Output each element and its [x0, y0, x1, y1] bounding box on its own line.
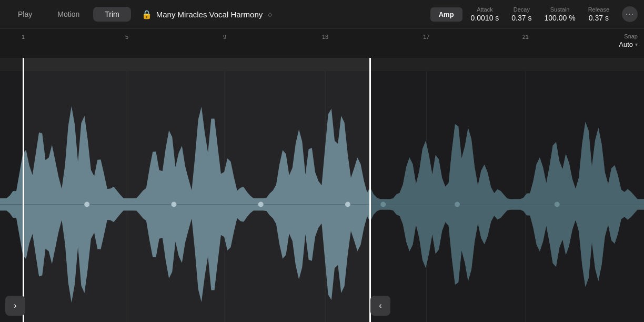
snap-dropdown[interactable]: Auto ▾ — [619, 41, 638, 48]
snap-chevron-icon: ▾ — [635, 42, 638, 47]
ruler-mark-17: 17 — [423, 34, 429, 40]
param-decay: Decay 0.37 s — [511, 6, 531, 22]
lock-icon: 🔒 — [142, 9, 152, 19]
snap-controls: Snap Auto ▾ — [619, 33, 638, 48]
more-button[interactable]: ··· — [622, 6, 638, 22]
tab-play[interactable]: Play — [6, 7, 44, 22]
ruler-mark-5: 5 — [125, 34, 128, 40]
diamond-icon: ◇ — [268, 11, 272, 18]
tab-motion[interactable]: Motion — [46, 7, 91, 22]
param-release: Release 0.37 s — [588, 6, 609, 22]
nav-left-button[interactable]: › — [5, 296, 25, 316]
waveform-canvas — [0, 58, 644, 322]
chevron-right-icon: › — [14, 301, 16, 310]
ruler: 1 5 9 13 17 21 — [0, 29, 644, 42]
top-bar: Play Motion Trim 🔒 Many Miracles Vocal H… — [0, 0, 644, 29]
param-sustain: Sustain 100.00 % — [544, 6, 575, 22]
nav-right-button[interactable]: ‹ — [370, 296, 390, 316]
chevron-left-icon: ‹ — [379, 301, 381, 310]
ruler-mark-1: 1 — [22, 34, 25, 40]
param-attack: Attack 0.0010 s — [471, 6, 499, 22]
ruler-mark-13: 13 — [322, 34, 328, 40]
amp-button[interactable]: Amp — [430, 7, 462, 22]
snap-value-text: Auto — [619, 41, 633, 48]
ruler-mark-9: 9 — [223, 34, 226, 40]
waveform-area: Snap Auto ▾ 1 5 9 13 17 21 › ‹ — [0, 29, 644, 322]
waveform-container[interactable]: › ‹ — [0, 58, 644, 322]
track-name: Many Miracles Vocal Harmony — [156, 10, 263, 19]
snap-label: Snap — [624, 33, 638, 39]
ruler-mark-21: 21 — [522, 34, 529, 40]
tab-trim[interactable]: Trim — [93, 7, 130, 22]
